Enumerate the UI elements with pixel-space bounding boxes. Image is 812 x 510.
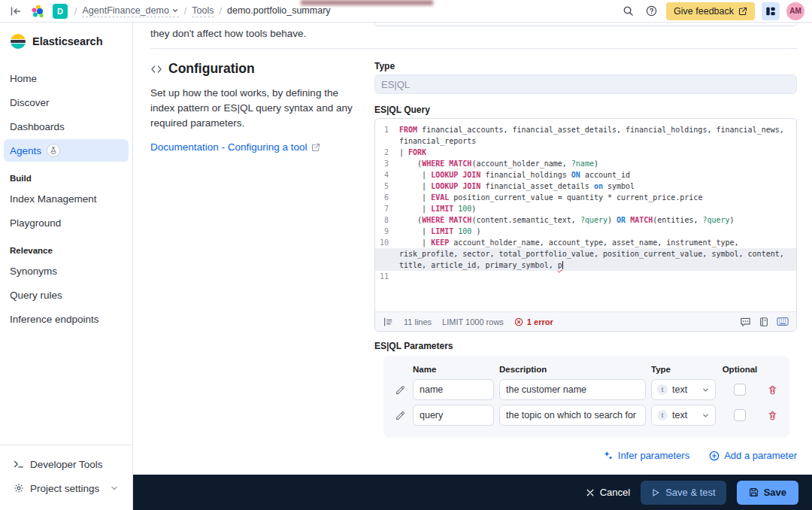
sidebar-item-index-management[interactable]: Index Management (4, 187, 129, 210)
save-and-test-button[interactable]: Save & test (641, 481, 726, 505)
top-navigation-bar: D / AgentFinance_demo / Tools / demo.por… (0, 0, 812, 23)
breadcrumb-separator: / (220, 6, 222, 17)
code-line: 8 (WHERE MATCH(content.semantic_text, ?q… (375, 214, 796, 226)
code-line: 11 (375, 271, 796, 282)
breadcrumb-separator: / (184, 6, 186, 17)
pencil-icon (395, 385, 405, 395)
edit-parameter-icon[interactable] (392, 385, 408, 395)
error-count[interactable]: 1 error (514, 317, 553, 326)
apps-menu-icon[interactable] (762, 2, 780, 20)
code-line: 6 | EVAL position_current_value = quanti… (375, 192, 796, 203)
sidebar-nav: HomeDiscoverDashboardsAgents BuildIndex … (0, 58, 132, 332)
breadcrumb-tools[interactable]: Tools (192, 5, 214, 17)
line-number: 9 (375, 226, 399, 237)
type-token-icon: t (657, 410, 668, 420)
deployment-badge[interactable]: D (53, 4, 68, 19)
pencil-icon (395, 411, 405, 420)
parameters-panel: Name Description Type Optional ttextttex… (383, 356, 789, 438)
parameter-name-input[interactable] (413, 379, 494, 400)
sidebar-item-discover[interactable]: Discover (4, 91, 129, 114)
params-rows: ttextttext (392, 379, 780, 426)
sidebar-footer: Developer Tools Project settings (0, 445, 132, 510)
cancel-button[interactable]: Cancel (586, 487, 630, 498)
sidebar-nav-top: HomeDiscoverDashboardsAgents (4, 67, 129, 162)
column-header-optional: Optional (721, 365, 759, 374)
close-icon (586, 488, 595, 497)
sidebar-item-label: Discover (10, 97, 50, 108)
code-text: | EVAL position_current_value = quantity… (399, 192, 793, 203)
parameter-type-select[interactable]: ttext (651, 405, 716, 426)
error-icon (514, 317, 523, 326)
sidebar-item-project-settings[interactable]: Project settings (8, 477, 125, 499)
sidebar-nav-sections: BuildIndex ManagementPlaygroundRelevance… (4, 163, 129, 330)
main-content: they don't affect how tools behave. Conf… (133, 23, 812, 475)
type-field-label: Type (374, 61, 797, 71)
sidebar-item-label: Dashboards (10, 121, 65, 132)
parameter-type-select[interactable]: ttext (651, 379, 716, 400)
line-number: 1 (375, 124, 399, 147)
plus-circle-icon (709, 451, 720, 461)
add-parameter-button[interactable]: Add a parameter (709, 450, 797, 461)
save-button[interactable]: Save (737, 481, 798, 505)
collapse-menu-icon[interactable] (8, 3, 24, 20)
parameter-row: ttext (392, 405, 780, 426)
sidebar-item-agents[interactable]: Agents (4, 139, 129, 162)
code-line: 1FROM financial_accounts, financial_asse… (375, 124, 796, 147)
sidebar-item-synonyms[interactable]: Synonyms (4, 260, 129, 282)
parameter-row: ttext (392, 379, 780, 400)
code-line: 9 | LIMIT 100 ) (375, 226, 796, 237)
sidebar-item-label: Query rules (10, 290, 62, 301)
code-line: 2| FORK (375, 147, 796, 158)
delete-parameter-button[interactable] (764, 385, 780, 395)
flask-icon (50, 147, 57, 154)
user-avatar[interactable]: AM (786, 2, 804, 20)
optional-checkbox[interactable] (734, 409, 746, 421)
code-line: 5 | LOOKUP JOIN financial_asset_details … (375, 181, 796, 192)
keyboard-shortcuts-icon[interactable] (777, 317, 789, 326)
line-number: 10 (375, 237, 399, 271)
optional-checkbox[interactable] (734, 384, 746, 396)
esql-parameters-label: ES|QL Parameters (374, 341, 797, 351)
sidebar-item-query-rules[interactable]: Query rules (4, 284, 129, 306)
documentation-link[interactable]: Documentation - Configuring a tool (150, 141, 320, 153)
type-value: text (672, 410, 687, 420)
sidebar-item-home[interactable]: Home (4, 67, 129, 90)
esql-code-area[interactable]: 1FROM financial_accounts, financial_asse… (375, 119, 796, 311)
sidebar-section-header: Build (4, 163, 129, 186)
sidebar-item-inference-endpoints[interactable]: Inference endpoints (4, 308, 129, 330)
code-line: 4 | LOOKUP JOIN financial_holdings ON ac… (375, 169, 796, 181)
elastic-logo[interactable] (31, 4, 46, 19)
help-icon[interactable] (643, 3, 659, 20)
give-feedback-button[interactable]: Give feedback (666, 2, 755, 20)
save-icon (749, 487, 759, 497)
sidebar-item-label: Index Management (10, 193, 97, 205)
documentation-icon[interactable] (759, 317, 769, 327)
sidebar-item-developer-tools[interactable]: Developer Tools (8, 453, 125, 475)
parameter-name-input[interactable] (413, 405, 494, 426)
sidebar-item-playground[interactable]: Playground (4, 211, 129, 234)
sparkles-icon (603, 451, 614, 461)
sidebar-item-dashboards[interactable]: Dashboards (4, 115, 129, 138)
line-number: 5 (375, 181, 399, 192)
infer-parameters-button[interactable]: Infer parameters (603, 450, 689, 461)
code-text: (WHERE MATCH(account_holder_name, ?name) (399, 158, 793, 169)
esql-query-editor[interactable]: 1FROM financial_accounts, financial_asse… (374, 118, 797, 332)
parameter-description-input[interactable] (499, 379, 646, 400)
sidebar-item-label: Playground (10, 217, 61, 229)
chevron-down-icon (110, 484, 119, 493)
parameter-description-input[interactable] (499, 405, 646, 426)
type-field[interactable] (374, 74, 797, 94)
feedback-comment-icon[interactable] (740, 316, 751, 327)
breadcrumb-project[interactable]: AgentFinance_demo (82, 5, 178, 17)
code-text: | FORK (399, 147, 793, 158)
trash-icon (768, 385, 777, 395)
intro-text: they don't affect how tools behave. (150, 26, 797, 41)
configuration-info-column: Configuration Set up how the tool works,… (150, 61, 361, 461)
edit-parameter-icon[interactable] (392, 411, 408, 420)
code-text: | LOOKUP JOIN financial_holdings ON acco… (399, 169, 793, 181)
code-text: | KEEP account_holder_name, account_type… (399, 237, 793, 271)
previous-section-field-cutoff (374, 23, 797, 26)
search-icon[interactable] (620, 3, 636, 20)
delete-parameter-button[interactable] (764, 411, 780, 420)
tech-preview-badge (47, 144, 60, 157)
